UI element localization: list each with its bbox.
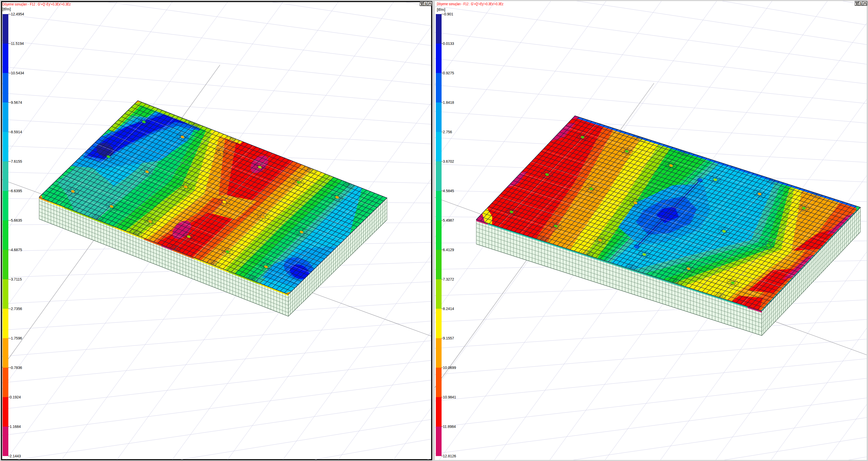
svg-text:-6.6395: -6.6395 bbox=[10, 189, 22, 193]
svg-text:-10.5434: -10.5434 bbox=[10, 71, 24, 75]
svg-text:1.8418: 1.8418 bbox=[443, 100, 454, 105]
svg-text:-0.7836: -0.7836 bbox=[10, 366, 22, 370]
svg-text:-7.6155: -7.6155 bbox=[10, 159, 22, 163]
svg-text:-11.5194: -11.5194 bbox=[10, 41, 24, 46]
svg-text:5.4987: 5.4987 bbox=[443, 218, 454, 222]
svg-text:0.9275: 0.9275 bbox=[443, 71, 454, 75]
svg-text:10.9841: 10.9841 bbox=[443, 395, 456, 399]
svg-text:-9.5674: -9.5674 bbox=[10, 100, 22, 105]
svg-text:4.5845: 4.5845 bbox=[443, 189, 454, 193]
svg-text:-0.901: -0.901 bbox=[443, 12, 453, 16]
svg-text:-12.4954: -12.4954 bbox=[10, 12, 24, 16]
svg-text:Döşeme sonuçları - F12 : G'+Q': Döşeme sonuçları - F12 : G'+Q'-Ey'+0.3Ex… bbox=[2, 2, 71, 6]
svg-text:-1.7596: -1.7596 bbox=[10, 336, 22, 340]
svg-text:[tf/m]: [tf/m] bbox=[437, 7, 445, 12]
svg-text:-8.5914: -8.5914 bbox=[10, 130, 22, 134]
svg-text:2.1443: 2.1443 bbox=[10, 454, 21, 458]
svg-text:3.6702: 3.6702 bbox=[443, 159, 454, 163]
svg-text:2.756: 2.756 bbox=[443, 130, 452, 134]
svg-text:-2.7356: -2.7356 bbox=[10, 307, 22, 311]
svg-text:12.8126: 12.8126 bbox=[443, 454, 456, 458]
svg-text:1: 1 bbox=[425, 2, 427, 6]
svg-text:[tf/m]: [tf/m] bbox=[2, 7, 11, 11]
svg-text:-3.7115: -3.7115 bbox=[10, 277, 22, 281]
svg-text:7.3272: 7.3272 bbox=[443, 277, 454, 281]
svg-text:1: 1 bbox=[860, 2, 862, 5]
svg-text:-4.6875: -4.6875 bbox=[10, 248, 22, 252]
svg-text:10.0699: 10.0699 bbox=[443, 366, 456, 370]
svg-text:8.2414: 8.2414 bbox=[443, 307, 454, 311]
svg-text:Döşeme sonuçları - F12 : G'+Q': Döşeme sonuçları - F12 : G'+Q'+Ey'+0.3Ex… bbox=[437, 2, 503, 6]
svg-text:6.4129: 6.4129 bbox=[443, 248, 454, 252]
svg-text:9.1557: 9.1557 bbox=[443, 336, 454, 340]
svg-text:1.1684: 1.1684 bbox=[10, 425, 21, 429]
svg-text:0.0133: 0.0133 bbox=[443, 41, 454, 46]
svg-text:11.8984: 11.8984 bbox=[443, 425, 456, 429]
svg-text:-5.6635: -5.6635 bbox=[10, 218, 22, 222]
svg-text:0.1924: 0.1924 bbox=[10, 395, 21, 399]
